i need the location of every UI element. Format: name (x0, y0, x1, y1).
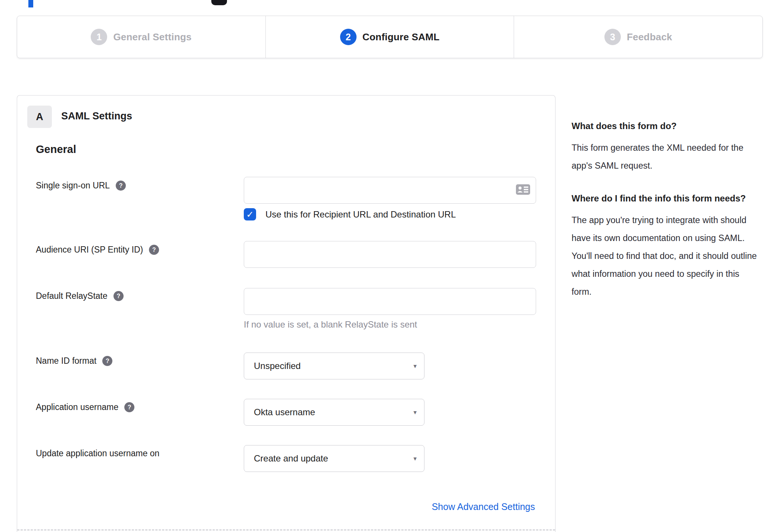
stepper-step-feedback[interactable]: 3 Feedback (514, 16, 762, 58)
single-sign-on-url-input[interactable] (244, 177, 536, 204)
default-relaystate-input[interactable] (244, 288, 536, 315)
sidebar-paragraph-where: The app you're trying to integrate with … (572, 211, 760, 301)
field-label-default-relaystate: Default RelayState ? (36, 291, 124, 301)
selected-value: Create and update (254, 453, 328, 464)
saml-settings-panel: A SAML Settings General Single sign-on U… (17, 95, 556, 532)
chevron-down-icon: ▾ (413, 455, 417, 463)
step-number-badge: 2 (340, 29, 357, 45)
selected-value: Unspecified (254, 361, 301, 371)
help-sidebar: What does this form do? This form genera… (572, 119, 760, 317)
help-icon[interactable]: ? (102, 356, 112, 366)
stepper-step-configure-saml[interactable]: 2 Configure SAML (266, 16, 514, 58)
help-icon[interactable]: ? (116, 181, 126, 191)
sidebar-heading-where: Where do I find the info this form needs… (572, 191, 760, 206)
section-title: SAML Settings (61, 110, 132, 122)
application-username-select[interactable]: Okta username ▾ (244, 399, 424, 426)
step-label: Configure SAML (363, 31, 439, 43)
field-label-single-sign-on-url: Single sign-on URL ? (36, 181, 126, 191)
chevron-down-icon: ▾ (413, 362, 417, 370)
name-id-format-select[interactable]: Unspecified ▾ (244, 353, 424, 379)
chevron-down-icon: ▾ (413, 409, 417, 416)
wizard-stepper: 1 General Settings 2 Configure SAML 3 Fe… (17, 16, 763, 58)
sidebar-heading-what: What does this form do? (572, 119, 760, 134)
field-label-application-username: Application username ? (36, 402, 134, 412)
section-divider (17, 529, 555, 531)
group-title-general: General (36, 143, 76, 156)
step-number-badge: 1 (91, 29, 107, 45)
help-icon[interactable]: ? (124, 402, 134, 412)
selected-value: Okta username (254, 407, 315, 417)
relaystate-hint-text: If no value is set, a blank RelayState i… (244, 319, 417, 330)
check-icon: ✓ (246, 210, 253, 219)
sidebar-paragraph-what: This form generates the XML needed for t… (572, 139, 760, 175)
help-icon[interactable]: ? (149, 245, 159, 255)
stepper-step-general-settings[interactable]: 1 General Settings (17, 16, 266, 58)
field-label-update-application-username-on: Update application username on (36, 448, 159, 459)
recipient-url-checkbox[interactable]: ✓ (244, 208, 256, 220)
help-icon[interactable]: ? (113, 291, 124, 301)
clipped-title-fragment-blue (28, 0, 33, 7)
show-advanced-settings-link[interactable]: Show Advanced Settings (432, 501, 535, 512)
update-application-username-select[interactable]: Create and update ▾ (244, 445, 424, 472)
field-label-name-id-format: Name ID format ? (36, 356, 112, 366)
step-number-badge: 3 (604, 29, 621, 45)
step-label: Feedback (627, 31, 672, 43)
clipped-title-icon-fragment (211, 0, 227, 5)
step-label: General Settings (113, 31, 192, 43)
audience-uri-input[interactable] (244, 241, 536, 268)
recipient-url-checkbox-label: Use this for Recipient URL and Destinati… (265, 209, 456, 220)
section-badge-a: A (27, 106, 52, 128)
field-label-audience-uri: Audience URI (SP Entity ID) ? (36, 245, 159, 255)
